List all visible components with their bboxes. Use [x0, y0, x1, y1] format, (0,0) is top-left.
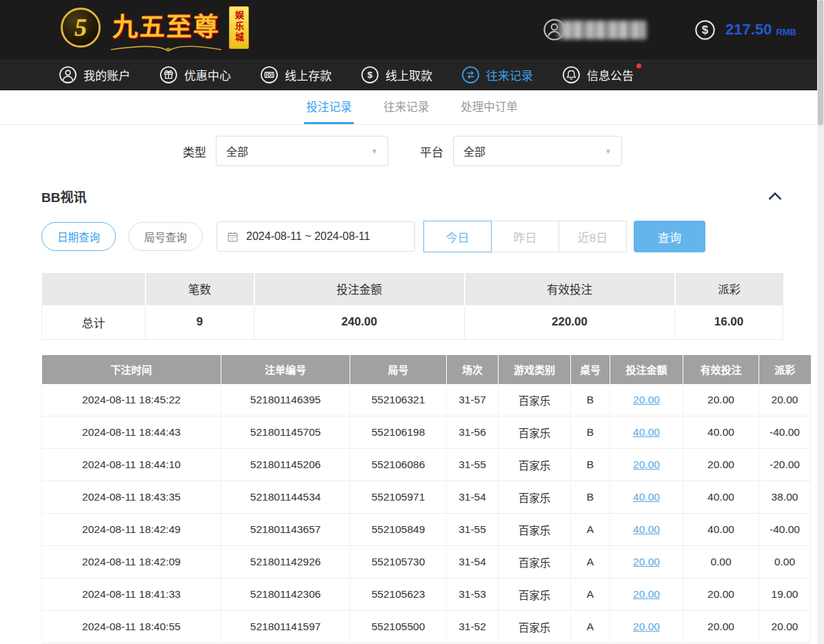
- bet-amount-link[interactable]: 20.00: [633, 459, 660, 470]
- bet-amount-link[interactable]: 40.00: [633, 491, 660, 503]
- column-header: 派彩: [759, 355, 811, 384]
- cell-valid-bet: 20.00: [683, 384, 759, 416]
- notification-dot-icon: [636, 63, 641, 68]
- cell-bet-id: 521801142926: [221, 546, 350, 578]
- bet-amount-link[interactable]: 20.00: [633, 621, 660, 632]
- cell-bet-amount: 20.00: [610, 611, 683, 643]
- cell-payout: 0.00: [759, 546, 811, 578]
- cell-bet-time: 2024-08-11 18:44:43: [42, 416, 221, 449]
- cell-game-type: 百家乐: [499, 514, 571, 546]
- bet-amount-link[interactable]: 20.00: [633, 556, 660, 567]
- cell-bet-id: 521801143657: [221, 514, 350, 546]
- round-query-button[interactable]: 局号查询: [128, 222, 203, 251]
- type-select[interactable]: 全部 ▼: [216, 136, 388, 166]
- nav-item-label: 我的账户: [83, 66, 130, 83]
- cell-round-number: 552105500: [350, 611, 447, 643]
- cell-bet-id: 521801141597: [221, 611, 350, 643]
- column-header: 场次: [447, 355, 499, 384]
- cell-bet-id: 521801142306: [221, 578, 350, 611]
- cell-bet-time: 2024-08-11 18:41:33: [42, 578, 221, 611]
- cell-round-number: 552106198: [350, 416, 447, 449]
- nav-item[interactable]: 优惠中心: [159, 66, 231, 84]
- cell-table-number: B: [571, 384, 610, 416]
- user-account[interactable]: [543, 18, 646, 41]
- bet-amount-link[interactable]: 20.00: [633, 588, 660, 600]
- cell-table-number: A: [571, 578, 610, 611]
- cell-game-type: 百家乐: [499, 578, 571, 611]
- tab[interactable]: 往来记录: [381, 90, 431, 124]
- cell-bet-time: 2024-08-11 18:42:09: [42, 546, 221, 578]
- site-logo[interactable]: 5 九五至尊 娱乐城: [61, 6, 249, 53]
- cell-payout: -40.00: [759, 416, 811, 449]
- cell-game-type: 百家乐: [499, 416, 571, 449]
- nav-item-icon: [159, 66, 178, 84]
- cell-game-type: 百家乐: [499, 481, 571, 514]
- today-button[interactable]: 今日: [423, 221, 492, 252]
- cell-session: 31-52: [447, 611, 499, 643]
- calendar-icon: [226, 230, 239, 243]
- cell-bet-id: 521801145206: [221, 449, 350, 481]
- nav-item[interactable]: 信息公告: [562, 66, 634, 84]
- nav-item-icon: [59, 66, 77, 84]
- scrollbar-track[interactable]: [817, 0, 824, 644]
- cell-bet-amount: 20.00: [610, 449, 683, 481]
- cell-bet-time: 2024-08-11 18:42:49: [42, 514, 221, 546]
- date-range-picker[interactable]: 2024-08-11 ~ 2024-08-11: [217, 221, 415, 252]
- bet-amount-link[interactable]: 40.00: [633, 426, 660, 438]
- tab-label: 往来记录: [383, 98, 429, 114]
- balance[interactable]: 217.50 RMB: [694, 19, 796, 41]
- tab[interactable]: 处理中订单: [459, 90, 520, 124]
- tab-bar: 投注记录 往来记录 处理中订单: [0, 90, 824, 125]
- table-row: 2024-08-11 18:44:10 521801145206 5521060…: [42, 449, 811, 481]
- cell-session: 31-57: [447, 384, 499, 416]
- summary-header-empty: [42, 273, 145, 305]
- cell-table-number: A: [571, 514, 610, 546]
- query-controls: 日期查询 局号查询 2024-08-11 ~ 2024-08-11 今日 昨日 …: [41, 221, 783, 252]
- cell-game-type: 百家乐: [499, 449, 571, 481]
- summary-header-row: 笔数 投注金额 有效投注 派彩: [42, 273, 783, 305]
- nav-item-label: 线上存款: [285, 66, 332, 83]
- top-header-bar: 5 九五至尊 娱乐城 217.50 RMB: [0, 0, 824, 59]
- bet-amount-link[interactable]: 40.00: [633, 523, 660, 535]
- bet-amount-link[interactable]: 20.00: [633, 394, 660, 405]
- logo-emblem-icon: 5: [61, 8, 101, 48]
- cell-valid-bet: 0.00: [683, 546, 759, 578]
- date-query-button[interactable]: 日期查询: [41, 222, 116, 251]
- cell-bet-time: 2024-08-11 18:43:35: [42, 481, 221, 514]
- scrollbar-thumb[interactable]: [818, 0, 823, 125]
- cell-valid-bet: 20.00: [683, 449, 759, 481]
- summary-payout: 16.00: [675, 305, 783, 339]
- summary-bet-amount: 240.00: [254, 305, 465, 339]
- cell-bet-time: 2024-08-11 18:44:10: [42, 449, 221, 481]
- collapse-chevron-up-icon[interactable]: [767, 192, 783, 201]
- nav-item-label: 线上取款: [385, 66, 432, 83]
- cell-game-type: 百家乐: [499, 384, 571, 416]
- cell-bet-id: 521801145705: [221, 416, 350, 449]
- cell-table-number: B: [571, 449, 610, 481]
- cell-round-number: 552105971: [350, 481, 447, 514]
- chevron-down-icon: ▼: [371, 148, 378, 155]
- platform-select-value: 全部: [463, 143, 485, 159]
- nav-item[interactable]: 往来记录: [461, 66, 533, 84]
- cell-bet-time: 2024-08-11 18:40:55: [42, 611, 221, 643]
- yesterday-button[interactable]: 昨日: [491, 221, 559, 252]
- nav-item[interactable]: 线上取款: [361, 66, 432, 84]
- column-header: 有效投注: [683, 355, 759, 384]
- summary-header: 派彩: [675, 273, 783, 305]
- summary-header: 投注金额: [254, 273, 465, 305]
- cell-round-number: 552106321: [350, 384, 447, 416]
- nav-item[interactable]: 我的账户: [59, 66, 130, 84]
- table-row: 2024-08-11 18:42:09 521801142926 5521057…: [42, 546, 811, 578]
- last8days-button[interactable]: 近8日: [559, 221, 627, 252]
- search-button[interactable]: 查询: [634, 221, 705, 252]
- nav-item-icon: [461, 66, 480, 84]
- platform-select[interactable]: 全部 ▼: [453, 136, 622, 166]
- cell-bet-id: 521801144534: [221, 481, 350, 514]
- cell-session: 31-55: [447, 449, 499, 481]
- cell-table-number: A: [571, 546, 610, 578]
- balance-currency: RMB: [776, 27, 796, 37]
- tab[interactable]: 投注记录: [304, 90, 354, 124]
- page: 5 九五至尊 娱乐城 217.50 RMB: [0, 0, 824, 644]
- cell-session: 31-56: [447, 416, 499, 449]
- nav-item[interactable]: 线上存款: [260, 66, 332, 84]
